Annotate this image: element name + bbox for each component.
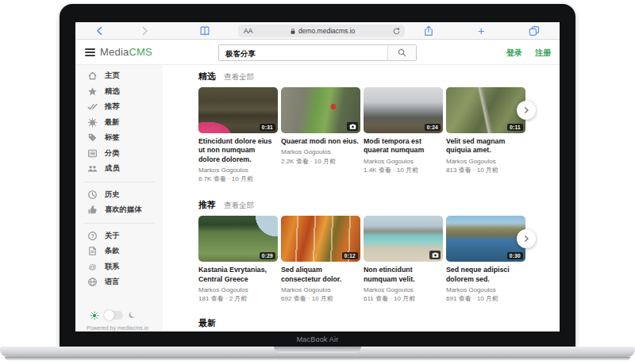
- video-thumbnail[interactable]: 0:30: [446, 216, 525, 262]
- browser-screen: AA demo.mediacms.io + MediaCMS: [75, 22, 560, 331]
- bookmarks-icon[interactable]: [199, 25, 210, 36]
- camera-icon: [347, 122, 358, 131]
- chevron-right-icon: [522, 235, 530, 243]
- media-meta: 691 查看 · 10 月前: [446, 294, 525, 303]
- sidebar-item-tags[interactable]: 标签: [75, 130, 163, 146]
- media-author[interactable]: Markos Gogoulos: [281, 286, 360, 293]
- sidebar-divider: [83, 182, 155, 182]
- dark-mode-moon-icon[interactable]: [128, 311, 137, 320]
- media-author[interactable]: Markos Gogoulos: [446, 286, 525, 293]
- media-card[interactable]: 0:29 Kastania Evrytanias, Central Greece…: [198, 216, 278, 305]
- light-mode-sun-icon[interactable]: [90, 311, 99, 320]
- view-all-link[interactable]: 查看全部: [224, 72, 254, 82]
- new-tab-icon[interactable]: +: [475, 25, 487, 36]
- media-title[interactable]: Quaerat modi non eius.: [281, 137, 360, 146]
- macbook-notch: [274, 347, 361, 353]
- search-box[interactable]: 极客分享: [218, 44, 417, 61]
- media-card[interactable]: 0:12 Sed aliquam consectetur dolor. Mark…: [281, 216, 360, 305]
- burst-icon: [87, 117, 98, 128]
- theme-switcher: [75, 311, 163, 320]
- section-title: 最新: [198, 317, 216, 329]
- media-author[interactable]: Markos Gogoulos: [281, 148, 360, 155]
- auth-links: 登录 注册: [506, 48, 551, 59]
- login-button[interactable]: 登录: [506, 48, 522, 59]
- section-featured: 精选 查看全部 0:31 Etincidunt dolore eius ut n…: [198, 71, 560, 183]
- video-thumbnail[interactable]: 0:12: [281, 216, 360, 262]
- reload-icon[interactable]: [392, 27, 405, 36]
- search-input[interactable]: 极客分享: [219, 45, 387, 60]
- url-bar[interactable]: AA demo.mediacms.io: [238, 25, 405, 37]
- media-title[interactable]: Modi tempora est quaerat numquam: [364, 137, 443, 155]
- duration-badge: 0:11: [507, 124, 523, 131]
- carousel-next-button[interactable]: [517, 101, 536, 120]
- sidebar: 主页 精选 推荐 最新: [75, 65, 163, 331]
- media-card[interactable]: Non etincidunt numquam velit. Markos Gog…: [364, 216, 443, 305]
- image-thumbnail[interactable]: [364, 216, 443, 262]
- media-card[interactable]: 0:11 Velit sed magnam quiquia amet. Mark…: [446, 87, 525, 183]
- section-title: 推荐: [198, 199, 216, 211]
- media-author[interactable]: Markos Gogoulos: [364, 286, 443, 293]
- macbook-bezel: AA demo.mediacms.io + MediaCMS: [60, 4, 575, 347]
- tabs-icon[interactable]: [529, 25, 540, 36]
- media-title[interactable]: Etincidunt dolore eius ut non numquam do…: [198, 137, 278, 164]
- section-title: 精选: [198, 71, 216, 82]
- back-icon[interactable]: [94, 25, 106, 36]
- video-thumbnail[interactable]: 0:24: [364, 87, 443, 133]
- sidebar-item-latest[interactable]: 最新: [75, 115, 163, 131]
- register-button[interactable]: 注册: [535, 48, 551, 59]
- image-thumbnail[interactable]: [281, 87, 360, 133]
- sidebar-item-terms[interactable]: 条款: [75, 243, 163, 259]
- media-title[interactable]: Sed aliquam consectetur dolor.: [281, 266, 360, 284]
- media-card[interactable]: 0:24 Modi tempora est quaerat numquam Ma…: [364, 87, 443, 183]
- sidebar-item-liked-media[interactable]: 喜欢的媒体: [75, 202, 163, 218]
- url-host: demo.mediacms.io: [252, 27, 392, 35]
- document-icon: [87, 246, 98, 256]
- forward-icon[interactable]: [139, 25, 150, 36]
- menu-icon[interactable]: [85, 48, 95, 59]
- media-author[interactable]: Markos Gogoulos: [364, 158, 443, 165]
- theme-toggle[interactable]: [104, 311, 123, 320]
- lock-icon: [290, 28, 296, 35]
- theme-toggle-knob[interactable]: [104, 310, 114, 320]
- at-sign-icon: @: [87, 262, 98, 272]
- video-thumbnail[interactable]: 0:31: [198, 87, 278, 133]
- sidebar-item-members[interactable]: 成员: [75, 161, 163, 177]
- share-icon[interactable]: [423, 25, 434, 36]
- media-title[interactable]: Velit sed magnam quiquia amet.: [446, 137, 525, 155]
- svg-text:?: ?: [90, 233, 94, 239]
- sidebar-item-featured[interactable]: 精选: [75, 84, 163, 100]
- video-thumbnail[interactable]: 0:11: [446, 87, 525, 133]
- duration-badge: 0:24: [425, 124, 441, 131]
- camera-icon: [429, 251, 441, 259]
- video-thumbnail[interactable]: 0:29: [198, 216, 278, 262]
- sidebar-item-about[interactable]: ? 关于: [75, 228, 163, 244]
- sidebar-item-language[interactable]: 语言: [75, 274, 163, 290]
- sidebar-item-categories[interactable]: 分类: [75, 146, 163, 162]
- search-icon: [398, 48, 406, 57]
- sidebar-item-home[interactable]: 主页: [75, 68, 163, 84]
- media-author[interactable]: Markos Gogoulos: [198, 167, 278, 174]
- sidebar-item-recommended[interactable]: 推荐: [75, 99, 163, 115]
- duration-badge: 0:29: [260, 252, 275, 259]
- media-author[interactable]: Markos Gogoulos: [198, 286, 278, 293]
- reader-button[interactable]: AA: [238, 27, 252, 35]
- sidebar-item-contact[interactable]: @ 联系: [75, 259, 163, 275]
- media-title[interactable]: Kastania Evrytanias, Central Greece: [198, 266, 278, 284]
- chevron-right-icon: [522, 106, 530, 114]
- media-meta: 611 查看 · 10 月前: [364, 294, 443, 303]
- sidebar-item-history[interactable]: 历史: [75, 187, 163, 203]
- media-title[interactable]: Non etincidunt numquam velit.: [364, 266, 443, 284]
- media-meta: 1.4K 查看 · 10 月前: [364, 166, 443, 174]
- media-card[interactable]: 0:30 Sed neque adipisci dolorem sed. Mar…: [446, 216, 525, 305]
- carousel-next-button[interactable]: [517, 229, 536, 248]
- macbook-base-shadow: [5, 357, 630, 361]
- category-list-icon: [87, 148, 98, 159]
- globe-icon: [87, 277, 98, 287]
- site-logo[interactable]: MediaCMS: [100, 46, 152, 58]
- search-button[interactable]: [387, 45, 416, 60]
- media-author[interactable]: Markos Gogoulos: [446, 158, 525, 165]
- media-title[interactable]: Sed neque adipisci dolorem sed.: [446, 266, 525, 284]
- media-card[interactable]: Quaerat modi non eius. Markos Gogoulos 2…: [281, 87, 360, 183]
- media-card[interactable]: 0:31 Etincidunt dolore eius ut non numqu…: [198, 87, 278, 183]
- view-all-link[interactable]: 查看全部: [224, 201, 254, 211]
